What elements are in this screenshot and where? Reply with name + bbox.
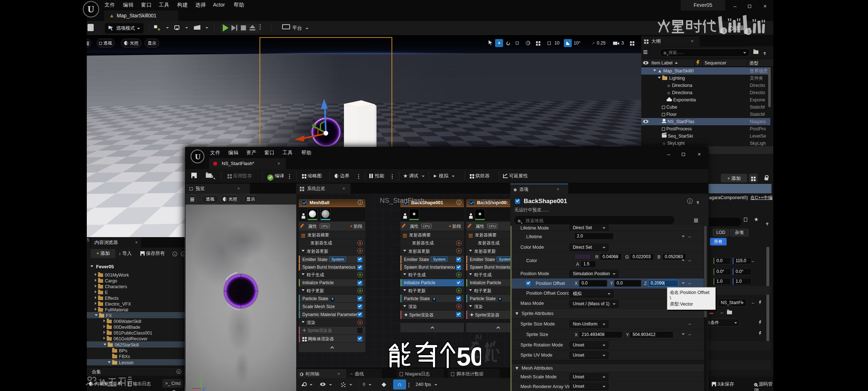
svg-text:Z: Z (203, 387, 205, 391)
svg-text:50: 50 (456, 342, 481, 369)
svg-text:Y: Y (199, 373, 202, 377)
svg-text:AI: AI (475, 333, 482, 341)
